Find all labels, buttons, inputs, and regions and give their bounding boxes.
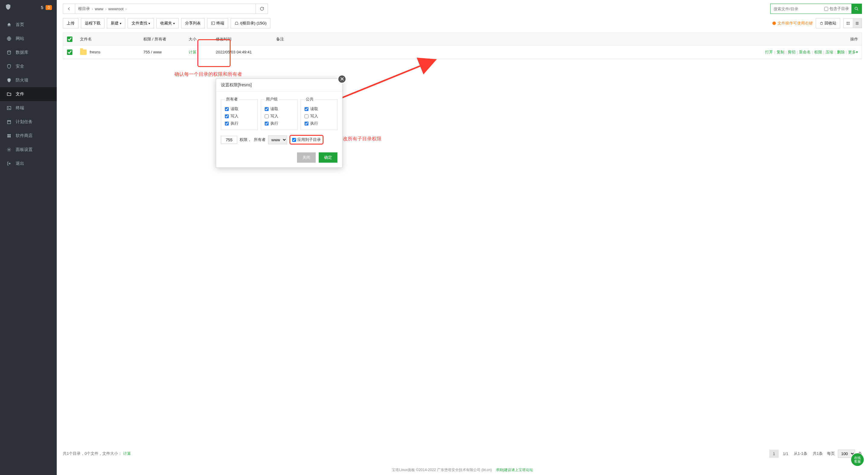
support-fab[interactable]: 在线 客服 <box>851 453 864 466</box>
th-mtime[interactable]: 修改时间 <box>212 36 273 42</box>
menu-db[interactable]: 数据库 <box>0 45 57 59</box>
menu-cron[interactable]: 计划任务 <box>0 115 57 129</box>
op-copy[interactable]: 复制 <box>777 50 784 55</box>
search-input[interactable] <box>771 7 822 11</box>
permission-modal: ✕ 设置权限[fresns] 所有者 读取 写入 执行 用户组 读取 写入 执行 <box>216 78 343 168</box>
th-name[interactable]: 文件名 <box>76 36 140 42</box>
owner-exec-checkbox[interactable] <box>225 122 229 126</box>
find-file-button[interactable]: 文件查找▾ <box>128 18 154 28</box>
new-button[interactable]: 新建▾ <box>107 18 125 28</box>
select-all-checkbox[interactable] <box>67 36 72 42</box>
op-more[interactable]: 更多▾ <box>848 50 858 55</box>
row-checkbox[interactable] <box>67 50 72 55</box>
info-icon <box>772 21 776 25</box>
footer-help-link[interactable]: 求助|建议请上宝塔论坛 <box>496 468 533 472</box>
terminal-button[interactable]: 终端 <box>207 18 228 28</box>
svg-rect-17 <box>856 23 858 24</box>
svg-rect-18 <box>856 24 858 25</box>
menu-firewall[interactable]: 防火墙 <box>0 73 57 87</box>
annotation-text-1: 确认每一个目录的权限和所有者 <box>175 71 242 77</box>
page-current[interactable]: 1 <box>769 450 779 458</box>
svg-rect-14 <box>846 24 848 25</box>
apply-to-subdir-label: 应用到子目录 <box>297 137 321 142</box>
calc-size-link[interactable]: 计算 <box>189 50 196 55</box>
chevron-right-icon: › <box>92 7 93 11</box>
breadcrumb-root[interactable]: 根目录 <box>78 6 90 11</box>
remote-download-button[interactable]: 远程下载 <box>81 18 104 28</box>
svg-rect-6 <box>7 136 9 137</box>
page-count: 共1条 <box>812 449 824 458</box>
group-read-checkbox[interactable] <box>265 107 269 111</box>
perm-numeric-input[interactable] <box>221 136 237 144</box>
breadcrumb-seg[interactable]: www <box>95 7 103 11</box>
menu-files[interactable]: 文件 <box>0 87 57 101</box>
owner-write-checkbox[interactable] <box>225 115 229 118</box>
th-permission[interactable]: 权限 / 所有者 <box>140 36 185 42</box>
menu-security[interactable]: 安全 <box>0 59 57 73</box>
svg-rect-4 <box>7 134 9 136</box>
footer-summary-text: 共1个目录，0个文件，文件大小： <box>63 451 122 456</box>
th-ops: 操作 <box>759 36 862 42</box>
breadcrumb-seg[interactable]: wwwroot <box>108 7 124 11</box>
op-compress[interactable]: 压缩 <box>826 50 833 55</box>
chevron-down-icon: ▾ <box>173 22 175 25</box>
view-list-button[interactable] <box>852 19 862 28</box>
search-include-subdir[interactable]: 包含子目录 <box>822 6 851 11</box>
include-subdir-label: 包含子目录 <box>829 6 849 11</box>
include-subdir-checkbox[interactable] <box>824 7 828 11</box>
th-note[interactable]: 备注 <box>273 36 759 42</box>
public-exec-checkbox[interactable] <box>305 122 308 126</box>
footer-calc-link[interactable]: 计算 <box>123 451 131 456</box>
header-alert-count[interactable]: 5 <box>41 5 43 10</box>
menu-label: 终端 <box>16 105 24 111</box>
upload-button[interactable]: 上传 <box>63 18 79 28</box>
public-write-checkbox[interactable] <box>305 115 308 118</box>
modal-title: 设置权限[fresns] <box>216 79 342 92</box>
file-name[interactable]: fresns <box>90 50 100 54</box>
cell-permission[interactable]: 755 / www <box>140 50 185 54</box>
view-grid-button[interactable] <box>843 19 852 28</box>
op-open[interactable]: 打开 <box>765 50 773 55</box>
disk-button[interactable]: /(根目录) (15G) <box>230 18 271 28</box>
apply-to-subdir-checkbox[interactable] <box>292 138 296 142</box>
modal-close-button[interactable]: ✕ <box>337 74 346 84</box>
menu-home[interactable]: 首页 <box>0 18 57 32</box>
menu-label: 退出 <box>16 161 24 166</box>
search-box: 包含子目录 <box>770 4 862 14</box>
modal-ok-button[interactable]: 确定 <box>319 152 337 163</box>
op-permission[interactable]: 权限 <box>814 50 822 55</box>
trash-button[interactable]: 回收站 <box>816 18 840 28</box>
menu-site[interactable]: 网站 <box>0 32 57 45</box>
group-exec-checkbox[interactable] <box>265 122 269 126</box>
group-write-checkbox[interactable] <box>265 115 269 118</box>
refresh-button[interactable] <box>256 4 268 13</box>
op-delete[interactable]: 删除 <box>837 50 845 55</box>
menu-logout[interactable]: 退出 <box>0 157 57 170</box>
op-rename[interactable]: 重命名 <box>799 50 811 55</box>
perpage-pre: 每页 <box>827 451 835 456</box>
menu-settings[interactable]: 面板设置 <box>0 143 57 157</box>
chevron-down-icon: ▾ <box>149 22 150 25</box>
favorites-button[interactable]: 收藏夹▾ <box>156 18 179 28</box>
back-button[interactable] <box>63 4 75 13</box>
svg-rect-3 <box>7 120 11 124</box>
table-row[interactable]: fresns 755 / www 计算 2022/05/03 04:49:41 … <box>63 45 862 59</box>
menu-label: 面板设置 <box>16 147 33 152</box>
owner-select[interactable]: www <box>268 135 287 144</box>
svg-rect-13 <box>848 22 849 23</box>
perm-group-group-label: 用户组 <box>265 97 279 102</box>
apply-to-subdir[interactable]: 应用到子目录 <box>289 135 323 145</box>
search-button[interactable] <box>851 4 862 14</box>
modal-cancel-button[interactable]: 关闭 <box>297 152 316 163</box>
header-badge[interactable]: 0 <box>45 5 52 10</box>
public-read-checkbox[interactable] <box>305 107 308 111</box>
th-size[interactable]: 大小 <box>185 36 212 42</box>
owner-read-checkbox[interactable] <box>225 107 229 111</box>
menu-store[interactable]: 软件商店 <box>0 129 57 143</box>
menu-terminal[interactable]: 终端 <box>0 101 57 115</box>
svg-rect-10 <box>212 22 215 25</box>
sidebar: 5 0 首页 网站 数据库 安全 防火墙 文件 终端 计划任务 软件商店 面板设… <box>0 0 57 475</box>
page-total: 1/1 <box>782 450 789 458</box>
op-cut[interactable]: 剪切 <box>788 50 796 55</box>
share-list-button[interactable]: 分享列表 <box>181 18 205 28</box>
